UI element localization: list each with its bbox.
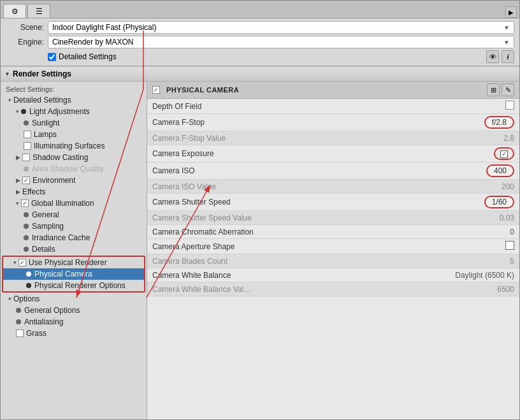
engine-input[interactable]: CineRender by MAXON ▼	[48, 36, 514, 48]
shutter-oval-value[interactable]: 1/60	[484, 196, 514, 208]
checkbox-icon[interactable]	[24, 142, 31, 150]
expand-icon: ▾	[8, 296, 11, 302]
sidebar-item-label: Area Shadow Quality	[32, 164, 104, 173]
row-value: f/2.8	[352, 114, 519, 131]
checkbox-icon[interactable]	[18, 259, 26, 266]
panel-checkbox[interactable]	[152, 86, 160, 94]
checkbox-icon[interactable]	[16, 329, 24, 337]
row-value: 1/60	[352, 194, 519, 211]
table-row: Camera Shutter Speed Value 0.03	[147, 211, 519, 225]
tab-settings[interactable]: ⚙	[3, 4, 26, 18]
sidebar-item-global-illumination[interactable]: ▾ Global Illumination	[1, 198, 147, 209]
row-label: Depth Of Field	[147, 99, 352, 114]
engine-label: Engine:	[6, 38, 44, 47]
sidebar-item-sampling[interactable]: Sampling	[1, 221, 147, 232]
expand-icon: ▶	[16, 154, 20, 161]
sidebar-item-irradiance-cache[interactable]: Irradiance Cache	[1, 232, 147, 243]
settings-table: Depth Of Field Camera F-Stop f/2.8	[147, 99, 519, 296]
detailed-settings-checkbox-label[interactable]: Detailed Settings	[48, 52, 117, 61]
sidebar-item-illuminating-surfaces[interactable]: Illuminating Surfaces	[1, 140, 147, 152]
iso-oval-value[interactable]: 400	[486, 164, 514, 177]
tab-list[interactable]: ☰	[27, 4, 50, 18]
checkbox-icon[interactable]	[24, 131, 31, 138]
fstop-oval-value[interactable]: f/2.8	[484, 116, 514, 129]
render-settings-title: Render Settings	[13, 69, 71, 78]
panel-header-icons: ⊞ ✎	[487, 83, 514, 96]
table-row: Camera Aperture Shape	[147, 239, 519, 254]
scene-input[interactable]: Indoor Daylight Fast (Physical) ▼	[48, 21, 514, 34]
row-label: Camera White Balance	[147, 268, 352, 282]
sidebar-item-details[interactable]: Details	[1, 243, 147, 255]
checkbox-icon[interactable]	[22, 177, 30, 184]
info-icon: i	[507, 53, 509, 61]
sidebar-item-label: General	[32, 210, 59, 219]
triangle-icon: ▾	[6, 71, 9, 77]
sidebar-item-label: Sunlight	[32, 119, 59, 127]
panel-header: PHYSICAL CAMERA ⊞ ✎	[147, 82, 519, 99]
sidebar-item-sunlight[interactable]: Sunlight	[1, 117, 147, 129]
detailed-settings-label: Detailed Settings	[59, 52, 117, 61]
row-label: Camera Shutter Speed Value	[147, 211, 352, 225]
row-value: 200	[352, 180, 519, 194]
edit-button[interactable]: ✎	[502, 83, 514, 96]
row-label: Camera White Balance Val…	[147, 282, 352, 296]
engine-row: Engine: CineRender by MAXON ▼	[6, 36, 514, 48]
checkbox-icon[interactable]	[21, 199, 29, 207]
row-value	[352, 99, 519, 114]
engine-value: CineRender by MAXON	[52, 38, 133, 47]
sidebar-item-general-options[interactable]: General Options	[1, 305, 147, 316]
sidebar-item-label: Options	[13, 294, 40, 303]
sidebar-item-label: Light Adjustments	[29, 107, 90, 116]
arrow-right-icon[interactable]: ▶	[505, 6, 517, 18]
sidebar-item-antialiasing[interactable]: Antialiasing	[1, 316, 147, 328]
render-settings-header: ▾ Render Settings	[1, 66, 519, 82]
sidebar-item-light-adjustments[interactable]: ▾ Light Adjustments	[1, 106, 147, 117]
sidebar-item-general[interactable]: General	[1, 209, 147, 221]
sidebar-item-label: Effects	[22, 187, 45, 196]
sidebar-item-label: Detailed Settings	[13, 96, 71, 105]
expand-icon: ▾	[8, 97, 11, 103]
checkbox-icon[interactable]	[22, 154, 30, 161]
sidebar-item-lamps[interactable]: Lamps	[1, 129, 147, 140]
expand-icon: ▶	[16, 189, 20, 195]
row-label: Camera Aperture Shape	[147, 239, 352, 254]
bullet-icon	[24, 120, 29, 126]
detailed-settings-row: Detailed Settings 👁 i	[48, 50, 514, 63]
sidebar-item-label: Antialiasing	[24, 317, 63, 326]
top-fields: Scene: Indoor Daylight Fast (Physical) ▼…	[1, 18, 519, 66]
bullet-icon	[16, 319, 21, 324]
checkbox-value[interactable]	[505, 101, 514, 110]
table-row: Camera ISO 400	[147, 163, 519, 180]
sidebar-item-label: Use Physical Renderer	[29, 258, 107, 267]
sidebar-item-use-physical-renderer[interactable]: ▾ Use Physical Renderer	[3, 257, 144, 268]
sidebar-item-detailed-settings[interactable]: ▾ Detailed Settings	[1, 94, 147, 106]
gear-icon: ⚙	[11, 7, 18, 16]
info-button[interactable]: i	[502, 50, 514, 63]
scene-label: Scene:	[6, 23, 44, 32]
sidebar-item-area-shadow-quality[interactable]: Area Shadow Quality	[1, 163, 147, 175]
row-value: 6500	[352, 282, 519, 296]
panel-title: PHYSICAL CAMERA	[166, 86, 239, 94]
exposure-checkbox[interactable]: ✓	[500, 150, 508, 158]
sidebar-item-shadow-casting[interactable]: ▶ Shadow Casting	[1, 152, 147, 163]
sidebar-item-physical-camera[interactable]: Physical Camera	[3, 268, 144, 280]
sidebar-item-physical-renderer-options[interactable]: Physical Renderer Options	[3, 280, 144, 291]
sidebar-item-environment[interactable]: ▶ Environment	[1, 175, 147, 186]
row-label: Camera Chromatic Aberration	[147, 225, 352, 239]
aperture-checkbox[interactable]	[505, 241, 514, 250]
sidebar-item-label: Global Illumination	[31, 199, 94, 208]
grid-view-button[interactable]: ⊞	[487, 83, 500, 96]
sidebar-item-effects[interactable]: ▶ Effects	[1, 186, 147, 198]
sidebar-item-grass[interactable]: Grass	[1, 328, 147, 339]
detailed-settings-checkbox[interactable]	[48, 53, 56, 61]
row-label: Camera F-Stop Value	[147, 131, 352, 145]
row-label: Camera ISO Value	[147, 180, 352, 194]
row-value: 0	[352, 225, 519, 239]
bullet-icon	[24, 235, 29, 240]
sidebar-item-options[interactable]: ▾ Options	[1, 293, 147, 305]
sidebar-item-label: Environment	[32, 176, 75, 185]
sidebar-item-label: Irradiance Cache	[32, 233, 90, 242]
info-icons: 👁 i	[486, 50, 514, 63]
eye-button[interactable]: 👁	[486, 50, 499, 63]
exposure-oval-value[interactable]: ✓	[494, 147, 514, 160]
